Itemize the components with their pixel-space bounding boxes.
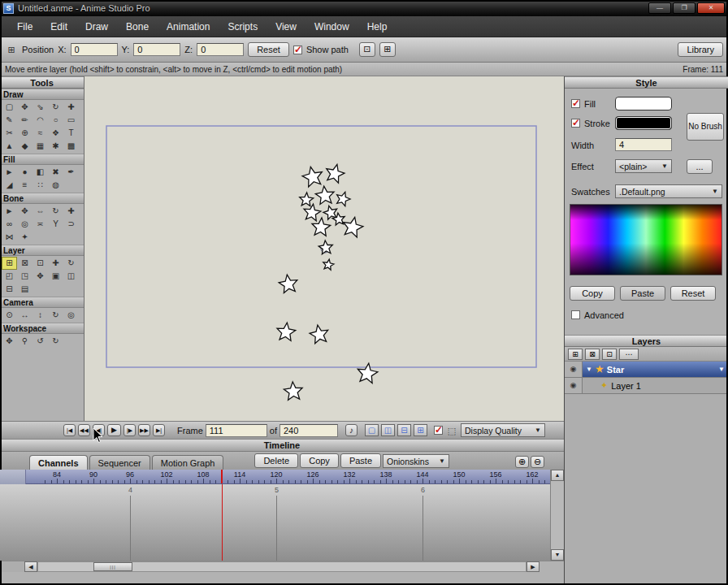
paste-button[interactable]: Paste	[340, 453, 381, 468]
star-shape[interactable]	[315, 186, 334, 204]
camera-tool-icon[interactable]: ⊙	[2, 309, 17, 322]
duplicate-layer-button[interactable]: ⊡	[602, 349, 617, 360]
bone-tool-icon[interactable]: ►	[2, 205, 17, 218]
zoom-out-icon[interactable]: ⊖	[531, 456, 544, 468]
fill-tool-icon[interactable]: ≡	[17, 179, 32, 192]
effect-options-button[interactable]: ...	[687, 159, 713, 174]
menu-draw[interactable]: Draw	[76, 19, 117, 35]
camera-tool-icon[interactable]: ↔	[17, 309, 32, 322]
show-path-checkbox[interactable]	[293, 46, 302, 54]
draw-tool-icon[interactable]: ◆	[17, 140, 32, 153]
layer-name[interactable]: Layer 1	[611, 381, 725, 391]
layer-tool-icon[interactable]: ⊡	[32, 257, 48, 270]
workspace-tool-icon[interactable]: ↻	[48, 335, 63, 348]
bone-tool-icon[interactable]: ✦	[17, 231, 32, 244]
menu-file[interactable]: File	[8, 19, 41, 35]
menu-scripts[interactable]: Scripts	[219, 19, 266, 35]
prev-keyframe-button[interactable]: ◀◀	[78, 424, 90, 436]
minimize-button[interactable]: —	[648, 2, 671, 14]
timeline-tracks[interactable]: 456	[0, 484, 550, 561]
layer-tool-icon[interactable]: ▤	[17, 283, 32, 296]
draw-tool-icon[interactable]: ✥	[17, 101, 32, 114]
layer-row-star[interactable]: ◉ ▼ ★ Star ▼	[565, 362, 728, 378]
fill-tool-icon[interactable]: ◢	[2, 179, 17, 192]
draw-tool-icon[interactable]: ⇘	[32, 101, 48, 114]
draw-tool-icon[interactable]: ≈	[32, 127, 48, 140]
bone-tool-icon[interactable]: ≍	[32, 218, 48, 231]
fill-tool-icon[interactable]: ●	[17, 166, 32, 179]
draw-tool-icon[interactable]: ◠	[32, 114, 48, 127]
star-shape[interactable]	[318, 240, 332, 254]
layer-tool-icon[interactable]: ↻	[63, 257, 79, 270]
bone-tool-icon[interactable]: ⇔	[32, 205, 48, 218]
draw-tool-icon[interactable]: ✂	[2, 127, 17, 140]
workspace-tool-icon[interactable]: ↺	[32, 335, 48, 348]
close-button[interactable]: ✕	[697, 2, 725, 14]
hscroll-thumb[interactable]: |||	[93, 562, 132, 571]
library-button[interactable]: Library	[678, 42, 723, 57]
draw-tool-icon[interactable]: ○	[48, 114, 63, 127]
view-split-vertical-button[interactable]: ◫	[381, 424, 395, 436]
style-reset-button[interactable]: Reset	[670, 286, 716, 301]
scroll-down-button[interactable]: ▼	[551, 549, 564, 561]
style-copy-button[interactable]: Copy	[570, 286, 615, 301]
workspace-tool-icon[interactable]: ✥	[2, 335, 17, 348]
fill-tool-icon[interactable]: ✖	[48, 166, 63, 179]
timeline-horizontal-scrollbar[interactable]: ◀ ||| ▶	[0, 561, 564, 572]
z-input[interactable]	[197, 43, 244, 56]
stroke-checkbox[interactable]	[571, 119, 580, 128]
fill-tool-icon[interactable]: ∷	[32, 179, 48, 192]
maximize-button[interactable]: ❐	[673, 2, 696, 14]
star-shape[interactable]	[310, 325, 328, 344]
no-brush-button[interactable]: No Brush	[687, 113, 724, 141]
play-button[interactable]: ▶	[107, 424, 121, 436]
draw-tool-icon[interactable]: ▩	[63, 140, 79, 153]
star-shape[interactable]	[327, 164, 344, 183]
total-frames-input[interactable]	[280, 424, 338, 437]
scroll-right-button[interactable]: ▶	[526, 561, 540, 572]
bone-tool-icon[interactable]: ✚	[63, 205, 79, 218]
hscroll-track[interactable]: |||	[37, 561, 526, 572]
fill-tool-icon[interactable]: ►	[2, 166, 17, 179]
camera-tool-icon[interactable]: ↻	[48, 309, 63, 322]
draw-tool-icon[interactable]: ❖	[48, 127, 63, 140]
draw-tool-icon[interactable]: ▦	[32, 140, 48, 153]
draw-tool-icon[interactable]: ▭	[63, 114, 79, 127]
draw-tool-icon[interactable]: ↻	[48, 101, 63, 114]
draw-tool-icon[interactable]: ✎	[2, 114, 17, 127]
draw-tool-icon[interactable]: ▲	[2, 140, 17, 153]
layer-tool-icon[interactable]: ✥	[32, 270, 48, 283]
layer-tool-icon[interactable]: ⊠	[17, 257, 32, 270]
current-frame-input[interactable]	[206, 424, 267, 437]
bone-tool-icon[interactable]: ◎	[17, 218, 32, 231]
layer-menu-icon[interactable]: ▼	[718, 366, 725, 373]
layer-more-button[interactable]: ⋯	[619, 349, 639, 360]
stereo-checkbox[interactable]	[434, 426, 443, 435]
fill-color-swatch[interactable]	[615, 97, 672, 110]
expand-icon[interactable]: ▼	[586, 366, 592, 373]
tab-motion-graph[interactable]: Motion Graph	[152, 455, 224, 470]
bone-tool-icon[interactable]: ∞	[2, 218, 17, 231]
x-input[interactable]	[71, 43, 118, 56]
view-split-horizontal-button[interactable]: ⊟	[397, 424, 411, 436]
canvas[interactable]	[84, 76, 564, 421]
stroke-color-swatch[interactable]	[615, 116, 672, 130]
fill-tool-icon[interactable]: ◧	[32, 166, 48, 179]
layer-tool-icon[interactable]: ✚	[48, 257, 63, 270]
menu-edit[interactable]: Edit	[41, 19, 76, 35]
tab-channels[interactable]: Channels	[29, 455, 88, 470]
step-forward-button[interactable]: |▶	[124, 424, 136, 436]
draw-tool-icon[interactable]: ✱	[48, 140, 63, 153]
copy-button[interactable]: Copy	[300, 453, 339, 468]
bone-tool-icon[interactable]: ↻	[48, 205, 63, 218]
bone-tool-icon[interactable]: ⋈	[2, 231, 17, 244]
star-shape[interactable]	[304, 204, 321, 221]
y-input[interactable]	[133, 43, 180, 56]
layer-tool-icon[interactable]: ▣	[48, 270, 63, 283]
next-keyframe-button[interactable]: ▶▶	[138, 424, 150, 436]
timeline-vertical-scrollbar[interactable]: ▲ ▼	[550, 470, 564, 561]
bone-tool-icon[interactable]: ⊃	[63, 218, 79, 231]
new-layer-button[interactable]: ⊞	[568, 349, 583, 360]
workspace-tool-icon[interactable]: ⚲	[17, 335, 32, 348]
menu-animation[interactable]: Animation	[158, 19, 219, 35]
